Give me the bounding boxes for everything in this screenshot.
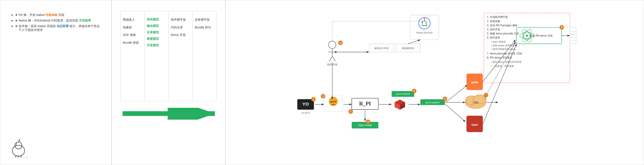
svg-text:1: 1	[313, 98, 314, 100]
layer-item-2-5: 开发规范	[147, 44, 159, 47]
svg-point-96	[526, 35, 528, 37]
svg-text:机架 RN demo 导览: 机架 RN demo 导览	[530, 34, 553, 37]
slide-2: 两端接入 包瘦身 SDK 替换 Bundle 拼装 发布规范 路由规范 目录规范…	[112, 0, 226, 165]
svg-text:R_PI: R_PI	[359, 101, 371, 106]
svg-text:grunt rnbuild: grunt rnbuild	[396, 92, 410, 95]
svg-text:rndev: rndev	[331, 103, 336, 106]
svg-point-27	[329, 41, 336, 48]
svg-text:React DevTool: React DevTool	[416, 31, 432, 34]
svg-text:YO: YO	[302, 102, 309, 106]
svg-text:2. 安装依赖: 2. 安装依赖	[487, 20, 500, 23]
svg-text:8. RN demo 导览展示: 8. RN demo 导览展示	[487, 56, 512, 59]
svg-text:• 组件 demo 采用分布式管理: • 组件 demo 采用分布式管理	[491, 61, 521, 63]
layer-item-2-1: 发布规范	[147, 18, 159, 22]
svg-text:gitlab: gitlab	[471, 81, 478, 84]
svg-text:tnpm install: tnpm install	[358, 124, 372, 127]
svg-text:• tnpm 包发布: • tnpm 包发布	[491, 41, 506, 43]
highlight-dynamic: 动态部署	[57, 24, 69, 28]
layer-item-2-2: 路由规范	[147, 24, 159, 28]
svg-text:6: 6	[444, 98, 446, 100]
layer-item-3-1: 组件脚手架	[171, 18, 186, 22]
goal-item-1: ★ H5 侧：开发 Native 性能体验 页面	[11, 13, 103, 17]
svg-line-31	[332, 56, 335, 61]
svg-text:7. demo.jsbundle 发布至 CDN: 7. demo.jsbundle 发布至 CDN	[487, 52, 522, 55]
svg-text:1. 生成组件脚手架: 1. 生成组件脚手架	[487, 16, 508, 19]
svg-text:CDN: CDN	[473, 101, 478, 104]
svg-text:grunt: grunt	[330, 100, 336, 103]
svg-text:3. 启动 RN Packager 服务: 3. 启动 RN Packager 服务	[487, 24, 517, 27]
goals-list: ★ H5 侧：开发 Native 性能体验 页面 ★ Native 侧：iOS/…	[9, 13, 103, 32]
layer-item-3-2: 代码仓库	[171, 25, 183, 30]
svg-line-44	[408, 40, 420, 44]
svg-text:5: 5	[414, 90, 415, 92]
layer-container: 两端接入 包瘦身 SDK 替换 Bundle 拼装	[121, 11, 145, 101]
svg-point-0	[12, 145, 25, 156]
layer-item-2-4: 桥接规范	[147, 37, 159, 41]
slide1-footer: 独角兽小分队	[9, 138, 103, 158]
svg-text:4: 4	[340, 42, 341, 44]
highlight-efficiency: 开发效率	[79, 19, 91, 22]
goal-star-3: ★	[15, 24, 19, 28]
layer-item-4-2: Bundle 拆分	[195, 25, 211, 30]
svg-line-3	[20, 139, 20, 142]
svg-text:1: 1	[350, 110, 352, 113]
highlight-performance: 性能体验	[46, 13, 58, 17]
layer-business: 业务脚手架 Bundle 拆分	[192, 11, 216, 101]
svg-text:8: 8	[561, 26, 562, 29]
svg-text:grunt publish: grunt publish	[426, 101, 440, 104]
svg-text:3: 3	[322, 95, 324, 97]
layer-item-1-3: SDK 替换	[123, 33, 136, 37]
layer-item-3-3: Demo 导览	[171, 33, 186, 37]
slide-3: 1. 生成组件脚手架 2. 安装依赖 3. 启动 RN Packager 服务 …	[226, 0, 644, 165]
svg-text:2: 2	[368, 121, 369, 123]
svg-text:6. 组件发布: 6. 组件发布	[487, 36, 500, 39]
layer-item-4-1: 业务脚手架	[195, 18, 210, 22]
svg-text:yo rpi:rn: yo rpi:rn	[302, 112, 310, 114]
svg-text:5. 构建 demo.jsbundle 文件: 5. 构建 demo.jsbundle 文件	[487, 32, 519, 35]
roadmap-arrow-container	[120, 106, 216, 120]
goal-star-2: ★	[15, 19, 19, 22]
svg-line-30	[329, 56, 332, 61]
layer-item-1-4: Bundle 拼装	[123, 41, 139, 45]
layer-item-1-1: 两端接入	[123, 18, 135, 22]
layer-item-2-3: 目录规范	[147, 31, 159, 34]
svg-line-105	[483, 44, 516, 124]
layer-component: 组件脚手架 代码仓库 Demo 导览	[169, 11, 193, 101]
slide-1: ★ H5 侧：开发 Native 性能体验 页面 ★ Native 侧：iOS/…	[0, 0, 112, 165]
unicorn-logo-area: 独角兽小分队	[9, 138, 28, 158]
layer-spec: 发布规范 路由规范 目录规范 桥接规范 开发规范	[145, 11, 169, 101]
svg-line-2	[18, 139, 20, 142]
layer-item-1-2: 包瘦身	[123, 25, 132, 30]
svg-text:旅客运行环境: 旅客运行环境	[374, 47, 388, 50]
layers-container: 两端接入 包瘦身 SDK 替换 Bundle 拼装 发布规范 路由规范 目录规范…	[120, 11, 216, 101]
svg-text:模拟器环境: 模拟器环境	[402, 47, 414, 50]
svg-rect-107	[570, 27, 576, 44]
roadmap-arrow	[120, 108, 216, 120]
goal-item-3: ★ 技术栈：提高 Native 页面的 动态部署 能力，承接未来个性化、千人千面…	[11, 24, 103, 32]
slide3-diagram: 1. 生成组件脚手架 2. 安装依赖 3. 启动 RN Packager 服务 …	[234, 11, 635, 144]
svg-text:4. 组件开发: 4. 组件开发	[487, 28, 500, 31]
unicorn-icon: 独角兽小分队	[9, 138, 28, 157]
goal-star-1: ★	[15, 13, 19, 17]
goal-item-2: ★ Native 侧：iOS/Android 代码复用，提高页面 开发效率	[11, 19, 103, 23]
svg-line-81	[446, 85, 468, 102]
team-label: 独角兽小分队	[14, 157, 28, 157]
svg-line-83	[446, 104, 466, 122]
svg-text:tnpm: tnpm	[472, 123, 478, 126]
